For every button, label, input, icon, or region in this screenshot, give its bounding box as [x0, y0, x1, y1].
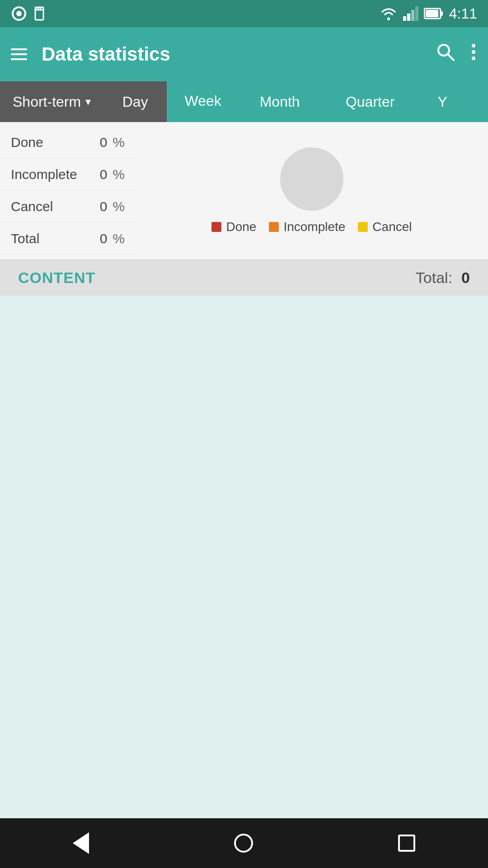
back-icon [73, 832, 89, 854]
tab-bar: Short-term ▾ Day Week Month Quarter Y [0, 81, 488, 122]
legend-dot-incomplete [269, 222, 279, 232]
home-icon [234, 834, 253, 853]
legend-dot-cancel [358, 222, 368, 232]
tab-quarter[interactable]: Quarter [320, 81, 420, 122]
stats-label-incomplete: Incomplete [11, 167, 100, 182]
status-time: 4:11 [449, 5, 477, 22]
svg-point-1 [16, 11, 22, 16]
legend-incomplete: Incomplete [269, 220, 345, 234]
status-bar-left [11, 5, 49, 22]
stats-value-total: 0 [100, 231, 108, 246]
tab-week[interactable]: Week [167, 81, 239, 122]
pie-chart [280, 147, 343, 211]
legend-label-cancel: Cancel [372, 220, 412, 234]
total-label: Total: [416, 269, 452, 287]
stats-row-total: Total 0 % [0, 223, 136, 255]
svg-point-19 [472, 57, 475, 60]
wifi-icon [380, 5, 398, 22]
legend-done: Done [211, 220, 256, 234]
chart-legend: Done Incomplete Cancel [211, 220, 412, 234]
legend-label-done: Done [226, 220, 256, 234]
signal-icon [403, 5, 418, 22]
svg-rect-10 [411, 10, 414, 21]
svg-point-17 [472, 44, 475, 47]
home-button[interactable] [234, 834, 253, 853]
legend-cancel: Cancel [358, 220, 412, 234]
stats-section: Done 0 % Incomplete 0 % Cancel 0 % Total… [0, 122, 488, 259]
menu-icon[interactable] [11, 48, 27, 60]
content-label: CONTENT [18, 269, 416, 287]
svg-rect-9 [407, 14, 410, 21]
svg-rect-11 [415, 6, 418, 21]
stats-label-cancel: Cancel [11, 199, 100, 214]
recents-button[interactable] [398, 835, 415, 852]
svg-point-18 [472, 50, 475, 54]
legend-dot-done [211, 222, 221, 232]
svg-point-7 [387, 18, 390, 20]
status-bar-right: 4:11 [380, 5, 477, 22]
tab-month[interactable]: Month [239, 81, 320, 122]
stats-row-cancel: Cancel 0 % [0, 191, 136, 223]
battery-icon [424, 7, 444, 20]
page-title: Data statistics [42, 43, 421, 65]
total-value: 0 [461, 269, 470, 287]
stats-percent-total: % [113, 231, 125, 246]
tab-day[interactable]: Day [103, 81, 167, 122]
svg-rect-14 [426, 10, 438, 17]
svg-rect-13 [441, 11, 443, 16]
stats-percent-cancel: % [113, 199, 125, 214]
svg-line-16 [448, 54, 454, 60]
stats-value-done: 0 [100, 135, 108, 150]
circle-icon [11, 5, 27, 22]
legend-label-incomplete: Incomplete [283, 220, 345, 234]
chart-area: Done Incomplete Cancel [136, 122, 488, 259]
tab-short-term[interactable]: Short-term ▾ [0, 81, 103, 122]
sd-card-icon [33, 5, 49, 22]
search-icon[interactable] [436, 42, 455, 66]
main-content [0, 296, 488, 818]
chevron-down-icon: ▾ [85, 95, 91, 108]
toolbar: Data statistics [0, 27, 488, 81]
stats-row-incomplete: Incomplete 0 % [0, 159, 136, 191]
tab-year[interactable]: Y [420, 81, 465, 122]
status-bar: 4:11 [0, 0, 488, 27]
stats-value-cancel: 0 [100, 199, 108, 214]
stats-label-done: Done [11, 135, 100, 150]
stats-row-done: Done 0 % [0, 127, 136, 159]
more-options-icon[interactable] [470, 42, 477, 66]
back-button[interactable] [73, 832, 89, 854]
recents-icon [398, 835, 415, 852]
stats-table: Done 0 % Incomplete 0 % Cancel 0 % Total… [0, 122, 136, 259]
svg-rect-8 [403, 16, 406, 21]
stats-percent-done: % [113, 135, 125, 150]
stats-label-total: Total [11, 231, 100, 246]
bottom-nav [0, 818, 488, 868]
stats-percent-incomplete: % [113, 167, 125, 182]
content-bar: CONTENT Total: 0 [0, 259, 488, 296]
stats-value-incomplete: 0 [100, 167, 108, 182]
